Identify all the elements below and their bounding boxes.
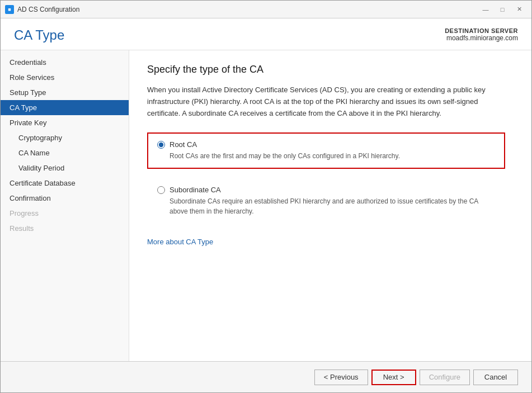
subordinate-ca-option-box: Subordinate CA Subordinate CAs require a… <box>147 178 505 224</box>
sidebar-item-private-key[interactable]: Private Key <box>1 115 129 130</box>
root-ca-row: Root CA <box>157 140 495 149</box>
sidebar-item-ca-name[interactable]: CA Name <box>1 145 129 160</box>
content-area: CredentialsRole ServicesSetup TypeCA Typ… <box>1 50 531 361</box>
main-panel: Specify the type of the CA When you inst… <box>129 50 531 361</box>
root-ca-label[interactable]: Root CA <box>170 140 197 149</box>
sidebar-item-validity-period[interactable]: Validity Period <box>1 160 129 176</box>
minimize-button[interactable]: — <box>478 4 493 15</box>
destination-server-info: DESTINATION SERVER moadfs.miniorange.com <box>445 27 518 42</box>
app-icon: ■ <box>5 5 14 14</box>
previous-button[interactable]: < Previous <box>314 370 368 385</box>
title-bar-left: ■ AD CS Configuration <box>5 5 79 14</box>
root-ca-radio[interactable] <box>157 141 165 149</box>
subordinate-ca-description: Subordinate CAs require an established P… <box>170 196 495 216</box>
configure-button[interactable]: Configure <box>420 370 470 385</box>
subordinate-ca-label[interactable]: Subordinate CA <box>170 186 221 194</box>
destination-label: DESTINATION SERVER <box>445 27 518 34</box>
sidebar-item-progress: Progress <box>1 206 129 221</box>
subordinate-ca-row: Subordinate CA <box>157 186 495 194</box>
cancel-button[interactable]: Cancel <box>473 370 518 385</box>
title-bar-controls: — □ ✕ <box>478 4 527 15</box>
maximize-button[interactable]: □ <box>495 4 510 15</box>
close-button[interactable]: ✕ <box>511 4 527 15</box>
sidebar-item-ca-type[interactable]: CA Type <box>1 100 129 115</box>
next-button[interactable]: Next > <box>371 370 416 385</box>
root-ca-description: Root CAs are the first and may be the on… <box>170 151 495 161</box>
sidebar-item-certificate-database[interactable]: Certificate Database <box>1 176 129 191</box>
more-link[interactable]: More about CA Type <box>147 238 213 246</box>
description-text: When you install Active Directory Certif… <box>147 84 494 119</box>
sidebar-item-confirmation[interactable]: Confirmation <box>1 191 129 206</box>
window-title: AD CS Configuration <box>17 6 79 13</box>
sidebar: CredentialsRole ServicesSetup TypeCA Typ… <box>1 50 129 361</box>
sidebar-item-results: Results <box>1 221 129 236</box>
title-bar: ■ AD CS Configuration — □ ✕ <box>1 1 531 18</box>
footer: < Previous Next > Configure Cancel <box>1 361 531 392</box>
root-ca-option-box: Root CA Root CAs are the first and may b… <box>147 132 505 169</box>
header: CA Type DESTINATION SERVER moadfs.minior… <box>1 18 531 50</box>
sidebar-item-cryptography[interactable]: Cryptography <box>1 130 129 145</box>
sidebar-item-setup-type[interactable]: Setup Type <box>1 85 129 100</box>
main-heading: Specify the type of the CA <box>147 64 514 75</box>
sidebar-item-credentials[interactable]: Credentials <box>1 55 129 70</box>
main-window: ■ AD CS Configuration — □ ✕ CA Type DEST… <box>0 0 532 393</box>
subordinate-ca-radio[interactable] <box>157 186 165 194</box>
sidebar-item-role-services[interactable]: Role Services <box>1 70 129 85</box>
page-title: CA Type <box>14 27 64 43</box>
destination-server-name: moadfs.miniorange.com <box>445 34 518 42</box>
